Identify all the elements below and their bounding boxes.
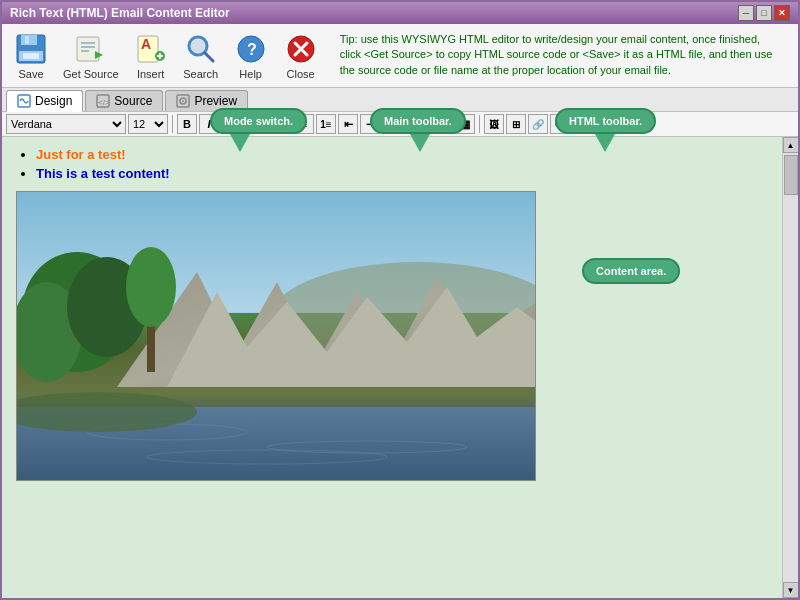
main-window: Rich Text (HTML) Email Content Editor ─ … — [0, 0, 800, 600]
search-label: Search — [183, 68, 218, 80]
svg-point-37 — [126, 247, 176, 327]
vertical-scrollbar[interactable]: ▲ ▼ — [782, 137, 798, 598]
title-bar: Rich Text (HTML) Email Content Editor ─ … — [2, 2, 798, 24]
landscape-svg — [17, 192, 536, 481]
maximize-button[interactable]: □ — [756, 5, 772, 21]
font-color-button[interactable]: A — [243, 114, 263, 134]
insert-link-button[interactable]: 🔗 — [528, 114, 548, 134]
source-tab-icon: </> — [96, 94, 110, 108]
tab-preview-label: Preview — [194, 94, 237, 108]
tip-area: Tip: use this WYSIWYG HTML editor to wri… — [332, 28, 792, 82]
tab-preview[interactable]: Preview — [165, 90, 248, 111]
italic-button[interactable]: I — [199, 114, 219, 134]
save-icon — [13, 31, 49, 67]
search-icon — [183, 31, 219, 67]
scroll-thumb[interactable] — [784, 155, 798, 195]
scroll-up-button[interactable]: ▲ — [783, 137, 799, 153]
ordered-list-button[interactable]: 1≡ — [316, 114, 336, 134]
help-icon: ? — [233, 31, 269, 67]
toolbar-separator-4 — [479, 115, 480, 133]
insert-label: Insert — [137, 68, 165, 80]
help-label: Help — [239, 68, 262, 80]
svg-rect-4 — [23, 53, 39, 59]
design-tab-icon — [17, 94, 31, 108]
source-code-button[interactable]: □ — [572, 114, 592, 134]
html-formatting-toolbar: Verdana Arial Times New Roman 12 10 14 1… — [2, 112, 798, 137]
align-center-button[interactable]: ▣ — [411, 114, 431, 134]
insert-image-button[interactable]: 🖼 — [484, 114, 504, 134]
preview-tab-icon — [176, 94, 190, 108]
svg-point-16 — [191, 39, 205, 53]
save-label: Save — [18, 68, 43, 80]
toolbar-separator-3 — [384, 115, 385, 133]
scroll-down-button[interactable]: ▼ — [783, 582, 799, 598]
bold-button[interactable]: B — [177, 114, 197, 134]
editor-content[interactable]: Just for a test! This is a test content! — [2, 137, 782, 598]
close-icon — [283, 31, 319, 67]
tab-source-label: Source — [114, 94, 152, 108]
content-image — [16, 191, 536, 481]
bullet-text-1: Just for a test! — [36, 147, 126, 162]
tab-design[interactable]: Design — [6, 90, 83, 112]
content-list: Just for a test! This is a test content! — [16, 147, 768, 181]
svg-text:?: ? — [247, 41, 257, 58]
tab-source[interactable]: </> Source — [85, 90, 163, 111]
save-button[interactable]: Save — [8, 28, 54, 83]
search-button[interactable]: Search — [178, 28, 224, 83]
font-family-select[interactable]: Verdana Arial Times New Roman — [6, 114, 126, 134]
align-justify-button[interactable]: ▦ — [455, 114, 475, 134]
insert-icon: A — [133, 31, 169, 67]
help-button[interactable]: ? Help — [228, 28, 274, 83]
underline-button[interactable]: U — [221, 114, 241, 134]
close-window-button[interactable]: ✕ — [774, 5, 790, 21]
highlight-button[interactable]: A — [265, 114, 285, 134]
unordered-list-button[interactable]: ≡ — [294, 114, 314, 134]
window-title: Rich Text (HTML) Email Content Editor — [10, 6, 230, 20]
insert-table-button[interactable]: ⊞ — [506, 114, 526, 134]
close-label: Close — [287, 68, 315, 80]
insert-button[interactable]: A Insert — [128, 28, 174, 83]
bullet-item-1: Just for a test! — [36, 147, 768, 162]
get-source-icon — [73, 31, 109, 67]
svg-point-28 — [182, 100, 184, 102]
bullet-item-2: This is a test content! — [36, 166, 768, 181]
indent-increase-button[interactable]: ⇥ — [360, 114, 380, 134]
indent-decrease-button[interactable]: ⇤ — [338, 114, 358, 134]
horizontal-rule-button[interactable]: — — [550, 114, 570, 134]
bullet-text-2: This is a test content! — [36, 166, 170, 181]
content-area: Just for a test! This is a test content! — [2, 137, 798, 598]
tip-text: Tip: use this WYSIWYG HTML editor to wri… — [340, 33, 773, 76]
minimize-button[interactable]: ─ — [738, 5, 754, 21]
toolbar-group-left: Save Get Source — [8, 28, 324, 83]
svg-line-17 — [205, 53, 213, 61]
align-right-button[interactable]: ▪ — [433, 114, 453, 134]
svg-text:A: A — [141, 36, 151, 52]
align-left-button[interactable]: ⬛ — [389, 114, 409, 134]
toolbar-separator-1 — [172, 115, 173, 133]
title-bar-buttons: ─ □ ✕ — [738, 5, 790, 21]
close-button[interactable]: Close — [278, 28, 324, 83]
tab-design-label: Design — [35, 94, 72, 108]
get-source-button[interactable]: Get Source — [58, 28, 124, 83]
svg-rect-2 — [25, 36, 29, 44]
font-size-select[interactable]: 12 10 14 16 — [128, 114, 168, 134]
svg-text:</>: </> — [98, 98, 110, 107]
main-toolbar: Save Get Source — [2, 24, 798, 88]
mode-tabs: Design </> Source Preview — [2, 88, 798, 112]
toolbar-separator-2 — [289, 115, 290, 133]
get-source-label: Get Source — [63, 68, 119, 80]
